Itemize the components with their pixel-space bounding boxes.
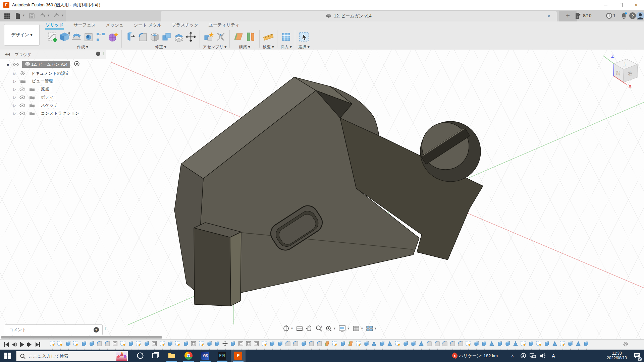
document-tab-close[interactable]: × (545, 13, 552, 19)
tool-presspull-button[interactable] (124, 31, 137, 43)
meet-now-icon[interactable] (519, 350, 527, 362)
viewport-3d[interactable]: 上 前 右 Z X ◀◀ ブラウザ − ‖ ◆ 12. ビームガン v14 ▷ … (0, 50, 644, 350)
activate-component-icon[interactable] (74, 61, 79, 66)
history-clock-icon[interactable] (605, 12, 613, 20)
viewcube-front-face[interactable]: 前 (616, 70, 621, 76)
timeline-feature-extrude[interactable] (230, 341, 236, 347)
timeline-feature-fillet[interactable] (442, 341, 448, 347)
help-icon[interactable]: ? (629, 12, 637, 20)
ribbon-group-label-create[interactable]: 作成 ▾ (77, 44, 88, 50)
tool-move-button[interactable] (185, 31, 197, 43)
timeline-feature-mirror[interactable] (576, 341, 582, 347)
timeline-feature-sketch[interactable] (262, 341, 268, 347)
tool-sketch-button[interactable] (46, 31, 58, 43)
timeline-feature-extrude[interactable] (340, 341, 346, 347)
timeline-feature-fillet[interactable] (426, 341, 432, 347)
tool-component-button[interactable] (203, 31, 215, 43)
browser-item-5[interactable]: ▷ コンストラクション (13, 111, 82, 118)
tool-form-button[interactable] (107, 31, 119, 43)
timeline-feature-extrude[interactable] (379, 341, 385, 347)
timeline-feature-extrude[interactable] (544, 341, 550, 347)
timeline-feature-extrude[interactable] (207, 341, 213, 347)
expand-triangle-icon[interactable]: ◆ (6, 62, 10, 67)
tool-joint-button[interactable] (215, 31, 227, 43)
timeline-feature-extrude[interactable] (411, 341, 417, 347)
timeline-feature-shell[interactable] (112, 341, 118, 347)
action-center-icon[interactable]: 2 (631, 350, 643, 362)
browser-item-label[interactable]: ビュー管理 (30, 78, 55, 84)
timeline-feature-extrude[interactable] (497, 341, 503, 347)
taskbar-app-chrome[interactable] (181, 350, 196, 362)
timeline-feature-sketch[interactable] (332, 341, 338, 347)
file-menu-caret[interactable]: ▼ (22, 14, 25, 17)
ribbon-tab-2[interactable]: メッシュ (105, 21, 124, 29)
user-avatar[interactable] (636, 11, 644, 20)
browser-collapse-icon[interactable]: ◀◀ (5, 52, 10, 56)
timeline-feature-sketch[interactable] (50, 341, 56, 347)
timeline-feature-sketch[interactable] (175, 341, 181, 347)
document-tab[interactable]: 12. ビームガン v14 × (161, 11, 557, 21)
timeline-feature-extrude[interactable] (65, 341, 71, 347)
timeline-feature-fillet[interactable] (97, 341, 103, 347)
timeline-feature-mirror[interactable] (513, 341, 519, 347)
file-menu-icon[interactable] (14, 12, 21, 19)
timeline-feature-extrude[interactable] (301, 341, 307, 347)
tool-plane-button[interactable] (232, 31, 245, 43)
timeline-feature-shell[interactable] (191, 341, 197, 347)
tray-chevron-icon[interactable]: ∧ (508, 350, 517, 362)
timeline-feature-mirror[interactable] (371, 341, 377, 347)
browser-root-row[interactable]: ◆ 12. ビームガン v14 (7, 61, 79, 68)
timeline-feature-fillet[interactable] (317, 341, 323, 347)
timeline-feature-shell[interactable] (254, 341, 260, 347)
viewcube-right-face[interactable]: 右 (628, 70, 633, 76)
browser-item-label[interactable]: 原点 (39, 86, 52, 92)
app-grid-icon[interactable] (3, 12, 11, 19)
browser-item-1[interactable]: ▷ ビュー管理 (13, 78, 55, 86)
timeline-playback-controls[interactable] (3, 341, 47, 348)
ribbon-group-label-insert[interactable]: 挿入 ▾ (280, 44, 291, 50)
search-highlight-image[interactable] (116, 352, 127, 361)
timeline-feature-fillet[interactable] (293, 341, 299, 347)
volume-icon[interactable] (539, 350, 547, 362)
notifications-bell-icon[interactable] (620, 12, 628, 20)
timeline-feature-extrude[interactable] (277, 341, 283, 347)
timeline-feature-sketch[interactable] (560, 341, 566, 347)
tool-combine-button[interactable] (161, 31, 173, 43)
browser-item-2[interactable]: ▷ 原点 (13, 86, 52, 94)
expand-arrow-icon[interactable]: ▷ (13, 72, 16, 75)
root-component-label[interactable]: 12. ビームガン v14 (22, 61, 70, 68)
ribbon-tab-5[interactable]: ユーティリティ (208, 21, 240, 29)
expand-arrow-icon[interactable]: ▷ (13, 112, 16, 115)
ribbon-tab-3[interactable]: シート メタル (133, 21, 162, 29)
timeline-feature-shell[interactable] (238, 341, 244, 347)
minimize-button[interactable] (598, 0, 613, 10)
timeline-feature-extrude[interactable] (183, 341, 189, 347)
ribbon-group-label-assemble[interactable]: アセンブリ ▾ (203, 44, 227, 50)
nav-orbit-button[interactable]: ▼ (282, 325, 293, 332)
timeline-feature-shell[interactable] (246, 341, 252, 347)
hurricane-weather-icon[interactable] (451, 350, 459, 362)
timeline-feature-fillet[interactable] (434, 341, 440, 347)
viewcube-top-face[interactable]: 上 (623, 62, 628, 67)
ribbon-group-label-select[interactable]: 選択 ▾ (298, 44, 309, 50)
timeline-feature-extrude[interactable] (89, 341, 95, 347)
browser-options-icon[interactable]: − (96, 52, 100, 56)
timeline-feature-extrude[interactable] (214, 341, 220, 347)
timeline-feature-shell[interactable] (152, 341, 158, 347)
timeline-settings-gear-icon[interactable] (623, 341, 629, 347)
timeline-feature-sketch[interactable] (57, 341, 63, 347)
ribbon-group-label-construct[interactable]: 構築 ▾ (239, 44, 250, 50)
timeline-feature-mirror[interactable] (419, 341, 425, 347)
timeline-feature-sketch[interactable] (160, 341, 166, 347)
workspace-selector[interactable]: デザイン ▾ (4, 24, 40, 46)
timeline-feature-fillet[interactable] (285, 341, 291, 347)
timeline-feature-move[interactable] (222, 341, 228, 347)
timeline-feature-sketch[interactable] (395, 341, 401, 347)
timeline-feature-extrude[interactable] (144, 341, 150, 347)
taskbar-app-explorer[interactable] (164, 350, 179, 362)
timeline-feature-extrude[interactable] (269, 341, 275, 347)
comment-bar[interactable]: コメント + (5, 324, 103, 335)
timeline-feature-mirror[interactable] (552, 341, 558, 347)
timeline-feature-sketch[interactable] (73, 341, 79, 347)
tool-select-button[interactable] (298, 31, 310, 43)
